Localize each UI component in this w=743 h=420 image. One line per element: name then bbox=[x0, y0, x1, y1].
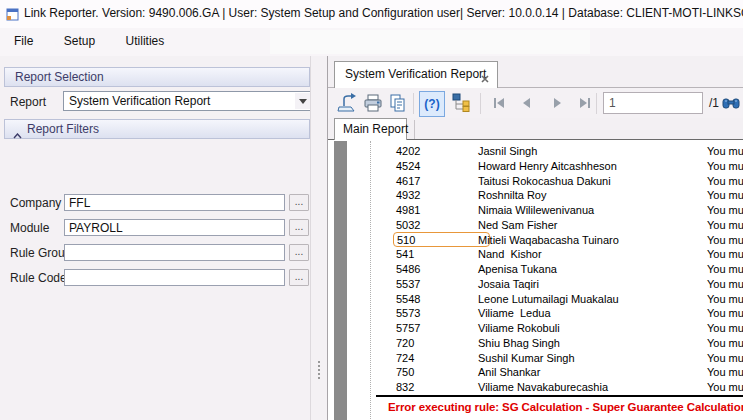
row-message[interactable]: You mus bbox=[707, 365, 743, 379]
close-icon[interactable] bbox=[480, 70, 490, 80]
table-row[interactable]: 4202Jasnil SinghYou mus bbox=[328, 144, 743, 159]
employee-id[interactable]: 4932 bbox=[393, 188, 488, 201]
company-browse-button[interactable]: ... bbox=[289, 194, 309, 211]
row-message[interactable]: You mus bbox=[707, 306, 743, 320]
menu-utilities[interactable]: Utilities bbox=[120, 28, 171, 55]
employee-name[interactable]: Apenisa Tukana bbox=[478, 262, 557, 276]
company-field[interactable] bbox=[64, 194, 285, 211]
employee-name[interactable]: Jasnil Singh bbox=[478, 144, 537, 158]
panel-splitter[interactable] bbox=[311, 56, 327, 420]
employee-id[interactable]: 832 bbox=[393, 380, 488, 393]
row-message[interactable]: You mus bbox=[707, 351, 743, 365]
table-row[interactable]: 4932Roshnilta RoyYou mus bbox=[328, 188, 743, 203]
employee-id[interactable]: 510 bbox=[393, 232, 490, 247]
rule-code-field[interactable] bbox=[64, 269, 285, 286]
previous-page-icon[interactable] bbox=[516, 92, 540, 116]
menu-setup[interactable]: Setup bbox=[58, 28, 101, 55]
table-row[interactable]: 5032Ned Sam FisherYou mus bbox=[328, 218, 743, 233]
row-message[interactable]: You mus bbox=[707, 218, 743, 232]
toggle-parameter-panel-icon[interactable]: (?) bbox=[419, 91, 445, 117]
row-message[interactable]: You mus bbox=[707, 233, 743, 247]
employee-id[interactable]: 5537 bbox=[393, 277, 488, 290]
table-row[interactable]: 5573Viliame LeduaYou mus bbox=[328, 306, 743, 321]
row-message[interactable]: You mus bbox=[707, 277, 743, 291]
employee-id[interactable]: 5548 bbox=[393, 292, 488, 305]
group-tree-icon[interactable] bbox=[450, 92, 474, 116]
table-row[interactable]: 5548Leone Lutumailagi MuakalauYou mus bbox=[328, 292, 743, 307]
employee-id[interactable]: 4617 bbox=[393, 174, 488, 187]
report-footer-line bbox=[376, 395, 743, 397]
table-row[interactable]: 4524Howard Henry AitcashhesonYou mus bbox=[328, 159, 743, 174]
employee-id[interactable]: 5032 bbox=[393, 218, 488, 231]
employee-name[interactable]: Nand Kishor bbox=[478, 247, 542, 261]
tab-separator bbox=[414, 120, 415, 139]
table-row[interactable]: 4617Taitusi Rokocashua DakuniYou mus bbox=[328, 174, 743, 189]
employee-name[interactable]: Roshnilta Roy bbox=[478, 188, 546, 202]
table-row[interactable]: 5757Viliame RokobuliYou mus bbox=[328, 321, 743, 336]
page-number-box bbox=[603, 92, 703, 114]
employee-id[interactable]: 720 bbox=[393, 336, 488, 349]
employee-name[interactable]: Mitieli Waqabacasha Tuinaro bbox=[478, 233, 619, 247]
employee-id[interactable]: 724 bbox=[393, 351, 488, 364]
row-message[interactable]: You mus bbox=[707, 336, 743, 350]
employee-id[interactable]: 5757 bbox=[393, 321, 488, 334]
next-page-icon[interactable] bbox=[546, 92, 570, 116]
export-icon[interactable] bbox=[336, 92, 360, 116]
tab-system-verification-report[interactable]: System Verification Report bbox=[334, 61, 498, 88]
row-message[interactable]: You mus bbox=[707, 174, 743, 188]
table-row[interactable]: 510Mitieli Waqabacasha TuinaroYou mus bbox=[328, 233, 743, 248]
menu-file[interactable]: File bbox=[8, 28, 39, 55]
rule-group-field[interactable] bbox=[64, 244, 285, 261]
employee-name[interactable]: Josaia Taqiri bbox=[478, 277, 539, 291]
employee-name[interactable]: Viliame Navakaburecashia bbox=[478, 380, 608, 394]
row-message[interactable]: You mus bbox=[707, 203, 743, 217]
splitter-grip-icon[interactable] bbox=[318, 361, 322, 379]
rule-group-browse-button[interactable]: ... bbox=[289, 244, 309, 261]
table-row[interactable]: 750Anil ShankarYou mus bbox=[328, 365, 743, 380]
row-message[interactable]: You mus bbox=[707, 380, 743, 394]
last-page-icon[interactable] bbox=[574, 92, 598, 116]
row-message[interactable]: You mus bbox=[707, 159, 743, 173]
employee-name[interactable]: Viliame Rokobuli bbox=[478, 321, 560, 335]
tab-main-report[interactable]: Main Report bbox=[334, 118, 407, 140]
employee-name[interactable]: Sushil Kumar Singh bbox=[478, 351, 575, 365]
employee-id[interactable]: 5486 bbox=[393, 262, 488, 275]
employee-id[interactable]: 5573 bbox=[393, 306, 488, 319]
module-field[interactable] bbox=[64, 219, 285, 236]
table-row[interactable]: 724Sushil Kumar SinghYou mus bbox=[328, 351, 743, 366]
employee-id[interactable]: 4202 bbox=[393, 144, 488, 157]
search-icon[interactable] bbox=[721, 93, 743, 117]
employee-name[interactable]: Taitusi Rokocashua Dakuni bbox=[478, 174, 611, 188]
row-message[interactable]: You mus bbox=[707, 144, 743, 158]
employee-name[interactable]: Leone Lutumailagi Muakalau bbox=[478, 292, 619, 306]
table-row[interactable]: 5537Josaia TaqiriYou mus bbox=[328, 277, 743, 292]
row-message[interactable]: You mus bbox=[707, 247, 743, 261]
tab-label: System Verification Report bbox=[345, 62, 486, 87]
employee-id[interactable]: 4524 bbox=[393, 159, 488, 172]
employee-name[interactable]: Shiu Bhag Singh bbox=[478, 336, 560, 350]
table-row[interactable]: 832Viliame NavakaburecashiaYou mus bbox=[328, 380, 743, 395]
row-message[interactable]: You mus bbox=[707, 292, 743, 306]
rule-code-browse-button[interactable]: ... bbox=[289, 269, 309, 286]
main-content: Report Selection Report System Verificat… bbox=[0, 56, 743, 420]
employee-id[interactable]: 541 bbox=[393, 247, 488, 260]
employee-name[interactable]: Viliame Ledua bbox=[478, 306, 551, 320]
employee-name[interactable]: Anil Shankar bbox=[478, 365, 540, 379]
row-message[interactable]: You mus bbox=[707, 321, 743, 335]
print-icon[interactable] bbox=[362, 92, 386, 116]
row-message[interactable]: You mus bbox=[707, 188, 743, 202]
module-browse-button[interactable]: ... bbox=[289, 219, 309, 236]
employee-id[interactable]: 750 bbox=[393, 365, 488, 378]
employee-name[interactable]: Nimaia Wililewenivanua bbox=[478, 203, 594, 217]
employee-name[interactable]: Howard Henry Aitcashheson bbox=[478, 159, 617, 173]
copy-icon[interactable] bbox=[387, 92, 411, 116]
first-page-icon[interactable] bbox=[488, 92, 512, 116]
page-number-input[interactable] bbox=[603, 92, 703, 114]
table-row[interactable]: 541Nand KishorYou mus bbox=[328, 247, 743, 262]
employee-id[interactable]: 4981 bbox=[393, 203, 488, 216]
employee-name[interactable]: Ned Sam Fisher bbox=[478, 218, 557, 232]
table-row[interactable]: 720Shiu Bhag SinghYou mus bbox=[328, 336, 743, 351]
table-row[interactable]: 4981Nimaia WililewenivanuaYou mus bbox=[328, 203, 743, 218]
row-message[interactable]: You mus bbox=[707, 262, 743, 276]
table-row[interactable]: 5486Apenisa TukanaYou mus bbox=[328, 262, 743, 277]
